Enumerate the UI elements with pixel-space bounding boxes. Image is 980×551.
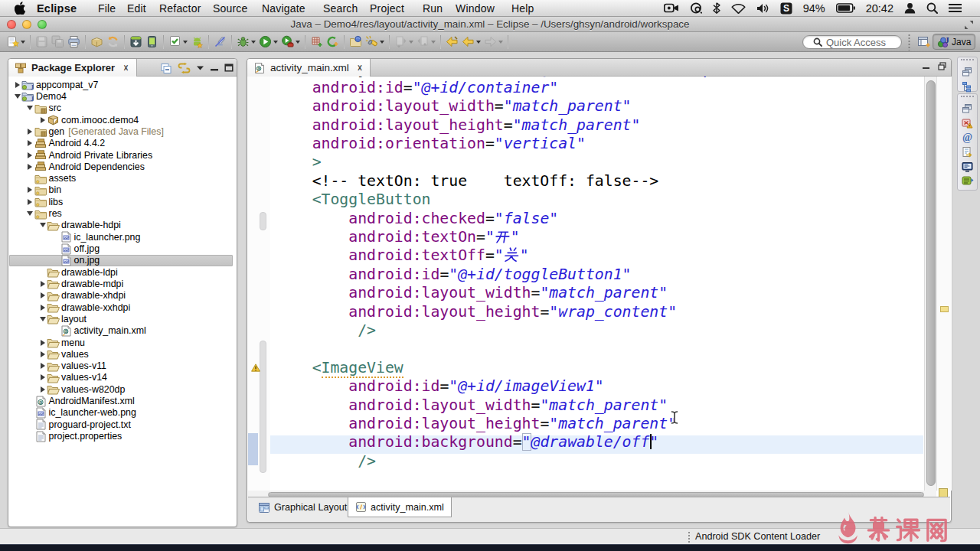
dropdown-arrow-icon[interactable] xyxy=(476,41,481,44)
search-button[interactable] xyxy=(364,34,386,50)
dropdown-arrow-icon[interactable] xyxy=(273,41,278,44)
expand-arrow-icon[interactable] xyxy=(38,281,47,287)
menu-refactor[interactable]: Refactor xyxy=(159,0,201,16)
next-annotation-button[interactable] xyxy=(393,34,415,50)
vertical-scrollbar[interactable] xyxy=(924,77,936,491)
android-lint-button[interactable] xyxy=(189,34,205,50)
toggle-mark-occurrences-button[interactable] xyxy=(212,34,228,50)
expand-arrow-icon[interactable] xyxy=(38,223,47,227)
tree-item-drawable-mdpi[interactable]: drawable-mdpi xyxy=(9,278,236,289)
tree-item-assets[interactable]: assets xyxy=(9,173,236,184)
print-button[interactable] xyxy=(66,34,82,50)
android-virtual-device-manager-button[interactable] xyxy=(144,34,160,50)
tree-item-android-private-libraries[interactable]: Android Private Libraries xyxy=(9,149,236,161)
console-view-icon[interactable] xyxy=(958,160,977,174)
dropdown-arrow-icon[interactable] xyxy=(431,41,436,44)
expand-arrow-icon[interactable] xyxy=(26,211,34,216)
tree-item-demo4[interactable]: JDemo4 xyxy=(9,90,236,102)
maximize-editor-icon[interactable] xyxy=(938,62,946,70)
dropdown-arrow-icon[interactable] xyxy=(296,41,300,44)
editor-tab-activity-main[interactable]: a activity_main.xml ☓ xyxy=(247,59,371,77)
menu-help[interactable]: Help xyxy=(511,0,534,16)
menu-search[interactable]: Search xyxy=(323,0,358,16)
expand-arrow-icon[interactable] xyxy=(38,351,47,357)
tree-item-ic-launcher-png[interactable]: ic_launcher.png xyxy=(9,231,236,243)
menu-edit[interactable]: Edit xyxy=(127,0,146,16)
debug-button[interactable] xyxy=(235,34,257,50)
java-perspective-button[interactable]: J Java xyxy=(933,34,975,50)
tree-item-res[interactable]: res xyxy=(9,207,236,219)
tree-item-android-4-4-2[interactable]: Android 4.4.2 xyxy=(9,138,236,149)
tree-item-activity-main-xml[interactable]: aactivity_main.xml xyxy=(9,325,236,337)
open-perspective-button[interactable] xyxy=(917,35,931,48)
expand-arrow-icon[interactable] xyxy=(26,199,34,205)
close-view-icon[interactable]: ☓ xyxy=(123,63,128,73)
expand-arrow-icon[interactable] xyxy=(38,117,47,123)
tree-item-drawable-hdpi[interactable]: drawable-hdpi xyxy=(9,220,236,231)
menu-project[interactable]: Project xyxy=(370,0,404,16)
tree-item-values-v11[interactable]: values-v11 xyxy=(9,360,236,372)
last-edit-location-button[interactable] xyxy=(444,34,460,50)
dropdown-arrow-icon[interactable] xyxy=(498,41,503,44)
tree-item-src[interactable]: src xyxy=(9,103,236,114)
maximize-icon[interactable] xyxy=(224,64,234,72)
restore-view-icon[interactable] xyxy=(958,102,977,116)
xml-source-editor[interactable]: <LinearLayout xmlns:android="@schemas/an… xyxy=(248,77,923,491)
previous-annotation-button[interactable] xyxy=(415,34,437,50)
menu-source[interactable]: Source xyxy=(213,0,248,16)
drag-handle[interactable] xyxy=(961,59,974,64)
tree-item-drawable-xxhdpi[interactable]: drawable-xxhdpi xyxy=(9,302,236,313)
user-icon[interactable] xyxy=(899,0,921,16)
expand-arrow-icon[interactable] xyxy=(26,106,34,110)
expand-arrow-icon[interactable] xyxy=(13,94,21,99)
tree-item-layout[interactable]: layout xyxy=(9,313,236,324)
volume-icon[interactable] xyxy=(751,0,775,16)
expand-arrow-icon[interactable] xyxy=(13,82,21,88)
open-resource-button[interactable] xyxy=(348,34,364,50)
tree-item-values[interactable]: values xyxy=(9,348,236,360)
overview-warning-marker[interactable] xyxy=(940,306,949,312)
declaration-view-icon[interactable] xyxy=(958,145,977,159)
close-editor-icon[interactable]: ☓ xyxy=(358,63,362,73)
apple-menu-icon[interactable] xyxy=(15,0,27,16)
tree-item-drawable-ldpi[interactable]: drawable-ldpi xyxy=(9,266,236,278)
tree-item-project-properties[interactable]: project.properties xyxy=(9,430,236,442)
new-wizard-button[interactable] xyxy=(5,34,27,50)
tree-item-androidmanifest-xml[interactable]: aAndroidManifest.xml xyxy=(9,395,236,406)
tree-item-bin[interactable]: bin xyxy=(9,184,236,196)
refresh-button[interactable] xyxy=(105,34,121,50)
expand-arrow-icon[interactable] xyxy=(38,305,47,311)
expand-arrow-icon[interactable] xyxy=(26,129,34,135)
minimize-editor-icon[interactable] xyxy=(922,62,930,70)
tree-item-on-jpg[interactable]: on.jpg xyxy=(9,255,236,266)
tree-item-proguard-project-txt[interactable]: proguard-project.txt xyxy=(9,419,236,430)
bluetooth-icon[interactable] xyxy=(707,0,726,16)
notification-center-icon[interactable] xyxy=(943,0,968,16)
coverage-button[interactable] xyxy=(309,34,325,50)
dropdown-arrow-icon[interactable] xyxy=(251,41,256,44)
fullscreen-icon[interactable] xyxy=(964,20,974,30)
tree-item-libs[interactable]: libs xyxy=(9,196,236,207)
run-button[interactable] xyxy=(257,34,279,50)
sogou-input-icon[interactable]: S xyxy=(775,0,798,16)
run-external-tools-button[interactable] xyxy=(279,34,302,50)
back-history-button[interactable] xyxy=(460,34,482,50)
expand-arrow-icon[interactable] xyxy=(26,164,34,170)
collapse-all-icon[interactable] xyxy=(160,62,172,74)
tree-item-menu[interactable]: menu xyxy=(9,337,236,348)
dropdown-arrow-icon[interactable] xyxy=(21,41,25,44)
package-explorer-tab[interactable]: Package Explorer ☓ xyxy=(8,59,137,77)
tree-item-values-v14[interactable]: values-v14 xyxy=(9,372,236,383)
menu-eclipse[interactable]: Eclipse xyxy=(37,0,77,16)
quick-access-input[interactable]: Quick Access xyxy=(802,35,902,49)
javadoc-view-icon[interactable]: @ xyxy=(958,130,977,145)
expand-arrow-icon[interactable] xyxy=(38,292,47,298)
save-all-button[interactable] xyxy=(50,34,66,50)
spotlight-icon[interactable] xyxy=(921,0,943,16)
wifi-icon[interactable] xyxy=(726,0,751,16)
tree-item-appcompat-v7[interactable]: Jappcompat_v7 xyxy=(9,79,236,90)
expand-arrow-icon[interactable] xyxy=(26,187,34,193)
new-class-button[interactable] xyxy=(325,34,341,50)
android-sdk-manager-button[interactable] xyxy=(128,34,144,50)
expand-arrow-icon[interactable] xyxy=(38,374,47,380)
